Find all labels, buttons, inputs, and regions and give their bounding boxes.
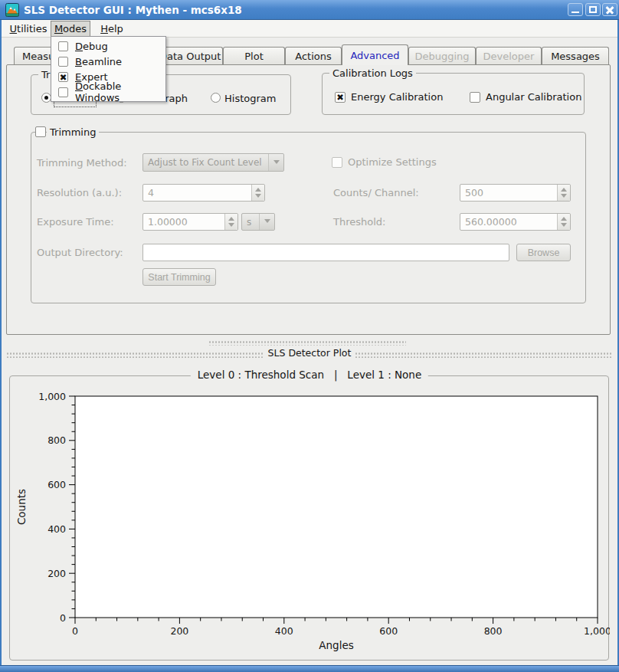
energy-calibration-checkbox[interactable] bbox=[335, 92, 346, 103]
minimize-icon bbox=[572, 11, 579, 13]
menu-item-label: Debug bbox=[75, 41, 108, 52]
menu-checkbox bbox=[58, 72, 68, 82]
menubar-item-utilities[interactable]: Utilities bbox=[6, 21, 51, 37]
spin-arrows[interactable] bbox=[557, 214, 570, 230]
exposure-time-spinbox[interactable]: 1.00000 bbox=[142, 213, 238, 231]
menu-bar: UtilitiesModesHelp bbox=[0, 20, 619, 38]
threshold-label: Threshold: bbox=[333, 216, 385, 228]
svg-text:800: 800 bbox=[47, 434, 66, 446]
menu-item-beamline[interactable]: Beamline bbox=[51, 54, 165, 69]
optimize-settings-label: Optimize Settings bbox=[348, 156, 437, 168]
modes-menu-popup: DebugBeamlineExpertDockable Windows bbox=[51, 36, 166, 102]
threshold-value: 560.00000 bbox=[460, 216, 557, 228]
angular-calibration-label[interactable]: Angular Calibration bbox=[486, 91, 581, 103]
start-trimming-button[interactable]: Start Trimming bbox=[142, 268, 216, 286]
app-icon bbox=[5, 3, 19, 17]
resolution-value: 4 bbox=[143, 187, 251, 198]
minimize-button[interactable] bbox=[568, 3, 583, 16]
trimming-method-label: Trimming Method: bbox=[37, 157, 127, 169]
maximize-icon bbox=[589, 6, 597, 13]
svg-text:Counts: Counts bbox=[15, 489, 28, 525]
plot-canvas[interactable]: 02004006008001,00002004006008001,000Angl… bbox=[10, 376, 610, 661]
menu-checkbox bbox=[58, 87, 68, 97]
exposure-time-value: 1.00000 bbox=[143, 216, 224, 228]
trimming-group-title[interactable]: Trimming bbox=[47, 126, 99, 138]
output-directory-input[interactable] bbox=[142, 244, 509, 261]
trimming-method-combobox[interactable]: Adjust to Fix Count Level bbox=[142, 153, 284, 172]
tab-advanced[interactable]: Advanced bbox=[342, 44, 408, 65]
spin-arrows[interactable] bbox=[557, 185, 570, 201]
maximize-button[interactable] bbox=[585, 3, 601, 16]
svg-text:200: 200 bbox=[170, 625, 188, 637]
window-border-left bbox=[0, 0, 2, 672]
window-border-bottom[interactable] bbox=[0, 665, 619, 672]
tab-actions[interactable]: Actions bbox=[285, 47, 342, 64]
combo-arrow bbox=[259, 214, 274, 230]
exposure-unit-combobox[interactable]: s bbox=[241, 213, 275, 231]
plot-group: 02004006008001,00002004006008001,000Angl… bbox=[9, 375, 609, 661]
menu-item-label: Beamline bbox=[75, 56, 122, 67]
application-window: SLS Detector GUI : Mythen - mcs6x18 Util… bbox=[0, 0, 619, 672]
trimming-method-value: Adjust to Fix Count Level bbox=[143, 157, 268, 168]
svg-text:0: 0 bbox=[60, 612, 66, 624]
angular-calibration-checkbox[interactable] bbox=[470, 92, 480, 103]
svg-text:1,000: 1,000 bbox=[584, 625, 610, 637]
counts-per-channel-spinbox[interactable]: 500 bbox=[460, 184, 571, 202]
trimming-group-checkbox[interactable] bbox=[35, 126, 46, 137]
counts-per-channel-label: Counts/ Channel: bbox=[333, 187, 419, 198]
svg-text:Angles: Angles bbox=[319, 639, 353, 651]
svg-text:400: 400 bbox=[275, 625, 293, 637]
energy-calibration-label[interactable]: Energy Calibration bbox=[351, 91, 443, 103]
plot-scan-header: Level 0 : Threshold Scan | Level 1 : Non… bbox=[191, 369, 428, 381]
exposure-unit-value: s bbox=[242, 217, 259, 228]
spin-arrows[interactable] bbox=[251, 185, 264, 201]
resolution-spinbox[interactable]: 4 bbox=[142, 184, 265, 202]
spin-arrows[interactable] bbox=[224, 214, 237, 230]
combo-arrow bbox=[268, 154, 283, 171]
output-directory-label: Output Directory: bbox=[37, 247, 123, 258]
svg-text:200: 200 bbox=[47, 568, 66, 579]
tab-debugging[interactable]: Debugging bbox=[408, 47, 476, 64]
menu-item-label: Dockable Windows bbox=[75, 80, 165, 103]
svg-text:0: 0 bbox=[72, 625, 78, 637]
splitter-handle[interactable] bbox=[208, 340, 406, 346]
svg-text:1,000: 1,000 bbox=[38, 391, 66, 402]
calibration-logs-group-title: Calibration Logs bbox=[329, 67, 416, 79]
svg-text:600: 600 bbox=[379, 625, 398, 637]
svg-text:800: 800 bbox=[484, 625, 503, 637]
close-button[interactable] bbox=[602, 3, 617, 16]
plot-option-label-histogram[interactable]: Histogram bbox=[224, 93, 276, 104]
browse-button[interactable]: Browse bbox=[516, 244, 571, 261]
plot-dock-title[interactable]: SLS Detector Plot bbox=[0, 347, 619, 359]
tab-messages[interactable]: Messages bbox=[542, 47, 609, 64]
svg-text:400: 400 bbox=[47, 523, 66, 535]
exposure-time-label: Exposure Time: bbox=[37, 216, 114, 228]
menubar-item-modes[interactable]: Modes bbox=[51, 21, 90, 37]
resolution-label: Resolution (a.u.): bbox=[37, 187, 122, 198]
title-bar[interactable]: SLS Detector GUI : Mythen - mcs6x18 bbox=[0, 0, 619, 20]
window-title: SLS Detector GUI : Mythen - mcs6x18 bbox=[24, 4, 242, 16]
menu-item-debug[interactable]: Debug bbox=[51, 38, 165, 54]
menubar-item-help[interactable]: Help bbox=[95, 21, 129, 37]
svg-text:600: 600 bbox=[47, 479, 66, 490]
threshold-spinbox[interactable]: 560.00000 bbox=[460, 213, 571, 231]
menu-checkbox bbox=[58, 41, 68, 51]
optimize-settings-checkbox[interactable] bbox=[332, 157, 342, 168]
tab-plot[interactable]: Plot bbox=[223, 47, 285, 64]
plot-option-radio-histogram[interactable] bbox=[211, 93, 221, 103]
tab-developer[interactable]: Developer bbox=[476, 47, 542, 64]
menu-checkbox bbox=[58, 57, 68, 67]
counts-per-channel-value: 500 bbox=[460, 187, 557, 198]
menu-item-dockable-windows[interactable]: Dockable Windows bbox=[51, 84, 165, 100]
